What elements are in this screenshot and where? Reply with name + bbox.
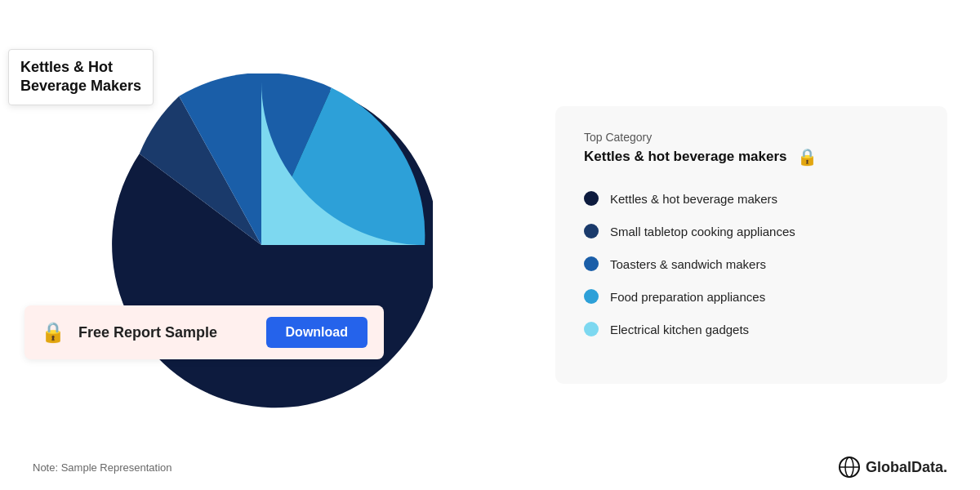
brand-logo: GlobalData. — [838, 456, 947, 479]
legend-label-3: Toasters & sandwich makers — [610, 257, 766, 271]
legend-title-row: Kettles & hot beverage makers 🔒 — [584, 147, 919, 167]
brand-name: GlobalData. — [866, 459, 947, 476]
legend-top-category-label: Top Category — [584, 131, 919, 144]
legend-label-5: Electrical kitchen gadgets — [610, 323, 749, 336]
pie-container — [90, 74, 433, 416]
legend-label-4: Food preparation appliances — [610, 290, 765, 304]
globaldata-icon — [838, 456, 861, 479]
chart-area: Kettles & HotBeverage Makers 🔒 Free Repo… — [33, 33, 490, 457]
note-text: Note: Sample Representation — [33, 461, 172, 474]
legend-item-3: Toasters & sandwich makers — [584, 256, 919, 271]
legend-dot-4 — [584, 289, 599, 304]
main-container: Kettles & HotBeverage Makers 🔒 Free Repo… — [0, 0, 980, 490]
legend-lock-icon: 🔒 — [797, 147, 817, 167]
report-banner: 🔒 Free Report Sample Download — [24, 305, 384, 359]
legend-item-4: Food preparation appliances — [584, 289, 919, 304]
download-button[interactable]: Download — [266, 317, 368, 348]
pie-chart — [90, 74, 433, 416]
legend-item-2: Small tabletop cooking appliances — [584, 224, 919, 238]
pie-tooltip: Kettles & HotBeverage Makers — [8, 49, 154, 105]
legend-dot-5 — [584, 322, 599, 336]
legend-item-5: Electrical kitchen gadgets — [584, 322, 919, 336]
legend-dot-3 — [584, 256, 599, 271]
legend-dot-1 — [584, 191, 599, 206]
legend-item-1: Kettles & hot beverage makers — [584, 191, 919, 206]
legend-title: Kettles & hot beverage makers — [584, 149, 787, 165]
banner-lock-icon: 🔒 — [41, 321, 65, 344]
legend-label-2: Small tabletop cooking appliances — [610, 225, 795, 238]
legend-items: Kettles & hot beverage makers Small tabl… — [584, 191, 919, 336]
legend-dot-2 — [584, 224, 599, 238]
report-sample-text: Free Report Sample — [78, 324, 253, 341]
legend-panel: Top Category Kettles & hot beverage make… — [555, 106, 947, 384]
legend-label-1: Kettles & hot beverage makers — [610, 192, 777, 206]
bottom-bar: Note: Sample Representation GlobalData. — [33, 456, 947, 479]
